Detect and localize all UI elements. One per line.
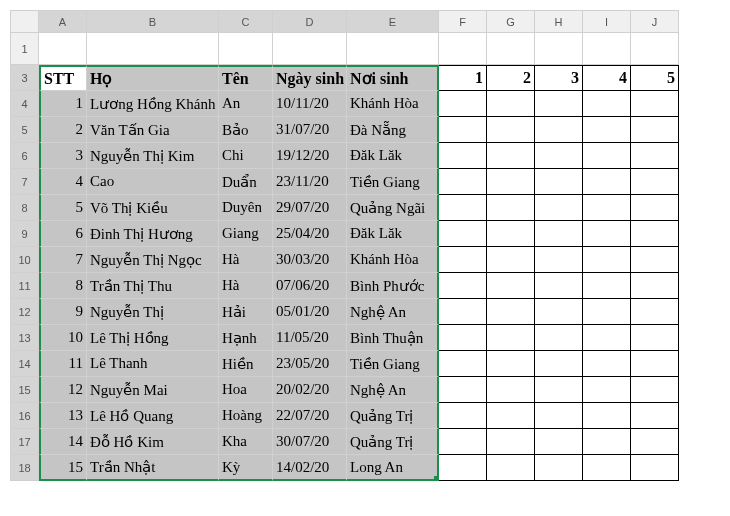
- cell-ho-row0[interactable]: Lương Hồng Khánh: [87, 91, 219, 117]
- cell-ngaysinh-row14[interactable]: 14/02/20: [273, 455, 347, 481]
- cell-ten-row5[interactable]: Giang: [219, 221, 273, 247]
- cell-r1-c6[interactable]: [487, 33, 535, 65]
- empty-cell-r5-c8[interactable]: [535, 117, 583, 143]
- empty-cell-r6-c7[interactable]: [487, 143, 535, 169]
- empty-cell-r13-c6[interactable]: [439, 325, 487, 351]
- row-header-14[interactable]: 14: [11, 351, 39, 377]
- cell-stt-row4[interactable]: 5: [39, 195, 87, 221]
- col-header-D[interactable]: D: [273, 11, 347, 33]
- col-header-F[interactable]: F: [439, 11, 487, 33]
- cell-stt-row8[interactable]: 9: [39, 299, 87, 325]
- cell-r1-c7[interactable]: [535, 33, 583, 65]
- cell-stt-row11[interactable]: 12: [39, 377, 87, 403]
- cell-noisinh-row11[interactable]: Nghệ An: [347, 377, 439, 403]
- cell-ten-row3[interactable]: Duẩn: [219, 169, 273, 195]
- row-header-18[interactable]: 18: [11, 455, 39, 481]
- cell-ten-row8[interactable]: Hải: [219, 299, 273, 325]
- empty-cell-r12-c9[interactable]: [583, 299, 631, 325]
- empty-cell-r4-c9[interactable]: [583, 91, 631, 117]
- empty-cell-r18-c9[interactable]: [583, 455, 631, 481]
- empty-cell-r13-c9[interactable]: [583, 325, 631, 351]
- cell-ho-row2[interactable]: Nguyễn Thị Kim: [87, 143, 219, 169]
- cell-ho-row1[interactable]: Văn Tấn Gia: [87, 117, 219, 143]
- col-header-A[interactable]: A: [39, 11, 87, 33]
- row-header-8[interactable]: 8: [11, 195, 39, 221]
- cell-ngaysinh-row8[interactable]: 05/01/20: [273, 299, 347, 325]
- row-header-9[interactable]: 9: [11, 221, 39, 247]
- cell-noisinh-row2[interactable]: Đăk Lăk: [347, 143, 439, 169]
- row-header-1[interactable]: 1: [11, 33, 39, 65]
- col-header-C[interactable]: C: [219, 11, 273, 33]
- empty-cell-r7-c6[interactable]: [439, 169, 487, 195]
- empty-cell-r8-c10[interactable]: [631, 195, 679, 221]
- row-header-3[interactable]: 3: [11, 65, 39, 91]
- cell-ten-row9[interactable]: Hạnh: [219, 325, 273, 351]
- cell-r1-c0[interactable]: [39, 33, 87, 65]
- empty-cell-r12-c8[interactable]: [535, 299, 583, 325]
- col-header-B[interactable]: B: [87, 11, 219, 33]
- empty-cell-r14-c9[interactable]: [583, 351, 631, 377]
- empty-cell-r5-c7[interactable]: [487, 117, 535, 143]
- extra-header-3[interactable]: 3: [535, 65, 583, 91]
- row-header-10[interactable]: 10: [11, 247, 39, 273]
- cell-stt-row9[interactable]: 10: [39, 325, 87, 351]
- empty-cell-r7-c10[interactable]: [631, 169, 679, 195]
- empty-cell-r14-c6[interactable]: [439, 351, 487, 377]
- extra-header-2[interactable]: 2: [487, 65, 535, 91]
- empty-cell-r14-c10[interactable]: [631, 351, 679, 377]
- cell-r1-c4[interactable]: [347, 33, 439, 65]
- cell-noisinh-row0[interactable]: Khánh Hòa: [347, 91, 439, 117]
- empty-cell-r10-c9[interactable]: [583, 247, 631, 273]
- cell-stt-row10[interactable]: 11: [39, 351, 87, 377]
- cell-ngaysinh-row2[interactable]: 19/12/20: [273, 143, 347, 169]
- cell-ngaysinh-row0[interactable]: 10/11/20: [273, 91, 347, 117]
- empty-cell-r7-c8[interactable]: [535, 169, 583, 195]
- empty-cell-r17-c9[interactable]: [583, 429, 631, 455]
- empty-cell-r9-c7[interactable]: [487, 221, 535, 247]
- fill-handle[interactable]: [434, 476, 439, 481]
- table-header-ngaysinh[interactable]: Ngày sinh: [273, 65, 347, 91]
- cell-ho-row5[interactable]: Đinh Thị Hương: [87, 221, 219, 247]
- empty-cell-r14-c8[interactable]: [535, 351, 583, 377]
- empty-cell-r13-c10[interactable]: [631, 325, 679, 351]
- row-header-5[interactable]: 5: [11, 117, 39, 143]
- empty-cell-r5-c9[interactable]: [583, 117, 631, 143]
- cell-ho-row12[interactable]: Lê Hồ Quang: [87, 403, 219, 429]
- col-header-I[interactable]: I: [583, 11, 631, 33]
- empty-cell-r15-c10[interactable]: [631, 377, 679, 403]
- table-header-ho[interactable]: Họ: [87, 65, 219, 91]
- col-header-E[interactable]: E: [347, 11, 439, 33]
- cell-ngaysinh-row10[interactable]: 23/05/20: [273, 351, 347, 377]
- table-header-ten[interactable]: Tên: [219, 65, 273, 91]
- empty-cell-r5-c10[interactable]: [631, 117, 679, 143]
- cell-ho-row10[interactable]: Lê Thanh: [87, 351, 219, 377]
- row-header-6[interactable]: 6: [11, 143, 39, 169]
- col-header-J[interactable]: J: [631, 11, 679, 33]
- cell-r1-c9[interactable]: [631, 33, 679, 65]
- cell-ho-row6[interactable]: Nguyễn Thị Ngọc: [87, 247, 219, 273]
- empty-cell-r18-c10[interactable]: [631, 455, 679, 481]
- col-header-H[interactable]: H: [535, 11, 583, 33]
- cell-noisinh-row6[interactable]: Khánh Hòa: [347, 247, 439, 273]
- cell-noisinh-row5[interactable]: Đăk Lăk: [347, 221, 439, 247]
- cell-ngaysinh-row5[interactable]: 25/04/20: [273, 221, 347, 247]
- empty-cell-r4-c7[interactable]: [487, 91, 535, 117]
- empty-cell-r17-c7[interactable]: [487, 429, 535, 455]
- empty-cell-r11-c8[interactable]: [535, 273, 583, 299]
- empty-cell-r12-c6[interactable]: [439, 299, 487, 325]
- cell-stt-row0[interactable]: 1: [39, 91, 87, 117]
- cell-ho-row9[interactable]: Lê Thị Hồng: [87, 325, 219, 351]
- cell-ngaysinh-row1[interactable]: 31/07/20: [273, 117, 347, 143]
- empty-cell-r9-c6[interactable]: [439, 221, 487, 247]
- cell-ten-row4[interactable]: Duyên: [219, 195, 273, 221]
- empty-cell-r18-c8[interactable]: [535, 455, 583, 481]
- empty-cell-r8-c8[interactable]: [535, 195, 583, 221]
- empty-cell-r10-c10[interactable]: [631, 247, 679, 273]
- cell-stt-row1[interactable]: 2: [39, 117, 87, 143]
- cell-ho-row13[interactable]: Đỗ Hồ Kim: [87, 429, 219, 455]
- cell-r1-c3[interactable]: [273, 33, 347, 65]
- cell-ten-row2[interactable]: Chi: [219, 143, 273, 169]
- cell-ten-row7[interactable]: Hà: [219, 273, 273, 299]
- row-header-11[interactable]: 11: [11, 273, 39, 299]
- empty-cell-r15-c7[interactable]: [487, 377, 535, 403]
